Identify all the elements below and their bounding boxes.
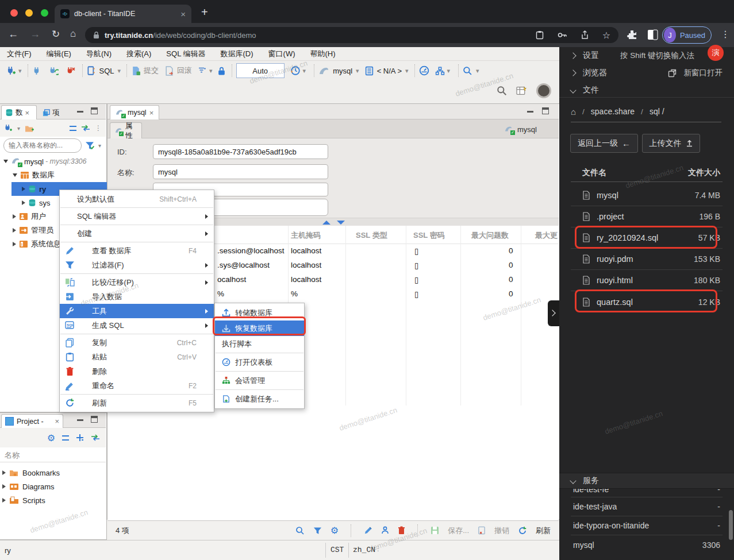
extensions-puzzle-icon[interactable] bbox=[627, 29, 637, 40]
col-max-questions[interactable]: 最大问题数 bbox=[471, 230, 509, 241]
menu-item-generate-sql[interactable]: SQL 生成 SQL bbox=[60, 318, 214, 333]
collapse-all-icon[interactable] bbox=[70, 126, 76, 131]
expander-closed-icon[interactable] bbox=[13, 214, 16, 219]
close-window-button[interactable] bbox=[10, 9, 18, 17]
project-node-bookmarks[interactable]: Bookmarks bbox=[2, 466, 105, 480]
url-bar[interactable]: try.titanide.cn /ide/web/coding/db-clien… bbox=[85, 27, 618, 43]
connect-icon[interactable] bbox=[32, 66, 42, 76]
menu-item-set-default[interactable]: 设为默认值Shift+Ctrl+A bbox=[60, 192, 214, 206]
link-editor-icon[interactable] bbox=[81, 125, 90, 132]
settings-label[interactable]: 设置 bbox=[583, 51, 599, 61]
filter-check-icon[interactable] bbox=[85, 141, 95, 150]
menu-item-sql-editor[interactable]: SQL 编辑器 bbox=[60, 209, 214, 223]
browser-row[interactable]: 浏览器 新窗口打开 bbox=[559, 64, 734, 82]
minimize-panel-icon[interactable] bbox=[77, 111, 83, 113]
grid-add-user-icon[interactable] bbox=[381, 526, 389, 535]
tree-node-connection[interactable]: ✓ mysql - mysql:3306 bbox=[1, 155, 105, 168]
menu-file[interactable]: 文件(F) bbox=[7, 49, 32, 59]
file-row[interactable]: ruoyi.html 180 KB bbox=[571, 270, 723, 291]
statusbar-locale[interactable]: zh_CN bbox=[353, 546, 375, 554]
submenu-item-session-manager[interactable]: 会话管理 bbox=[215, 373, 304, 388]
nav-new-connection-icon[interactable] bbox=[3, 123, 13, 133]
home-breadcrumb-icon[interactable]: ⌂ bbox=[571, 107, 576, 117]
project-node-diagrams[interactable]: Diagrams bbox=[2, 480, 105, 493]
menu-item-view-database[interactable]: 查看 数据库F4 bbox=[60, 244, 214, 258]
files-section-label[interactable]: 文件 bbox=[583, 85, 599, 95]
zoom-window-button[interactable] bbox=[41, 9, 48, 17]
history-caret-icon[interactable]: ▾ bbox=[303, 67, 306, 75]
services-section-row[interactable]: 服务 bbox=[559, 473, 734, 489]
file-size-header[interactable]: 文件大小 bbox=[688, 168, 720, 178]
tab-properties[interactable]: ✓ 属性 bbox=[110, 122, 142, 138]
tab-project-close-icon[interactable]: × bbox=[55, 417, 59, 426]
transaction-caret-icon[interactable]: ▾ bbox=[118, 67, 121, 75]
go-up-button[interactable]: 返回上一级 ← bbox=[570, 134, 638, 153]
service-row[interactable]: ide-test-java - bbox=[571, 497, 723, 516]
nav-conn-caret-icon[interactable]: ▾ bbox=[17, 125, 20, 132]
tab-databases[interactable]: 数 × bbox=[1, 105, 37, 119]
open-new-window-label[interactable]: 新窗口打开 bbox=[684, 68, 723, 78]
side-panel-icon[interactable] bbox=[647, 29, 658, 40]
grid-edit-pencil-icon[interactable] bbox=[364, 526, 372, 535]
expander-closed-icon[interactable] bbox=[13, 242, 16, 246]
service-row[interactable]: ide-typora-on-titanide - bbox=[571, 516, 723, 535]
schema-caret-icon[interactable]: ▾ bbox=[405, 67, 409, 75]
user-globe-avatar[interactable] bbox=[536, 83, 551, 98]
col-ssl-type[interactable]: SSL 类型 bbox=[356, 230, 387, 241]
expander-closed-icon[interactable] bbox=[2, 498, 6, 503]
refresh-label[interactable]: 刷新 bbox=[536, 526, 551, 536]
menu-item-tools[interactable]: 工具 bbox=[60, 304, 214, 318]
disconnect-icon[interactable] bbox=[66, 66, 75, 76]
search-caret-icon[interactable]: ▾ bbox=[476, 67, 479, 75]
expander-closed-icon[interactable] bbox=[22, 187, 25, 191]
minimize-project-icon[interactable] bbox=[77, 419, 83, 421]
upload-file-button[interactable]: 上传文件 bbox=[642, 134, 700, 153]
forward-icon[interactable]: → bbox=[30, 28, 40, 40]
new-view-icon[interactable] bbox=[516, 86, 527, 96]
reconnect-icon[interactable] bbox=[49, 66, 59, 76]
project-collapse-icon[interactable] bbox=[62, 435, 69, 441]
menu-item-paste[interactable]: 粘贴Ctrl+V bbox=[60, 350, 214, 364]
grid-refresh-icon[interactable] bbox=[518, 526, 527, 535]
active-connection-label[interactable]: mysql bbox=[333, 67, 352, 75]
expander-open-icon[interactable] bbox=[13, 173, 17, 177]
history-clock-icon[interactable] bbox=[290, 65, 301, 76]
tab-projects[interactable]: 项 bbox=[39, 106, 69, 119]
back-icon[interactable]: ← bbox=[8, 28, 18, 40]
tab-project[interactable]: Project - × bbox=[1, 414, 63, 428]
share-icon[interactable] bbox=[581, 30, 589, 40]
new-connection-icon[interactable] bbox=[6, 65, 16, 76]
project-expand-icon[interactable] bbox=[76, 434, 84, 442]
bookmark-star-icon[interactable]: ☆ bbox=[602, 30, 610, 41]
breadcrumb-sql[interactable]: sql / bbox=[650, 107, 664, 116]
tree-node-databases[interactable]: 数据库 bbox=[10, 168, 105, 182]
file-row[interactable]: .project 196 B bbox=[571, 206, 723, 227]
id-field[interactable] bbox=[153, 144, 328, 159]
grid-filter-icon[interactable] bbox=[313, 527, 322, 535]
table-filter-input[interactable] bbox=[3, 138, 82, 153]
statusbar-timezone[interactable]: CST bbox=[331, 546, 344, 554]
auto-commit-select[interactable]: Auto bbox=[236, 63, 285, 78]
maximize-panel-icon[interactable] bbox=[91, 107, 98, 114]
menu-help[interactable]: 帮助(H) bbox=[310, 49, 335, 59]
col-host-mask[interactable]: 主机掩码 bbox=[291, 230, 321, 241]
dashboard-icon[interactable] bbox=[419, 65, 429, 76]
file-row[interactable]: quartz.sql 12 KB bbox=[571, 291, 723, 312]
project-link-icon[interactable] bbox=[91, 434, 100, 441]
splitter-down-icon[interactable] bbox=[337, 221, 345, 225]
file-row[interactable]: ry_20210924.sql 57 KB bbox=[571, 227, 723, 249]
transaction-mode-icon[interactable] bbox=[87, 65, 96, 76]
file-row[interactable]: mysql 7.4 MB bbox=[571, 185, 723, 206]
menu-item-compare-migrate[interactable]: 比较/迁移(P) bbox=[60, 275, 214, 289]
new-folder-icon[interactable] bbox=[25, 124, 34, 133]
menu-edit[interactable]: 编辑(E) bbox=[47, 49, 71, 59]
lock-toolbar-icon[interactable] bbox=[217, 66, 226, 76]
submenu-item-dump-database[interactable]: 转储数据库 bbox=[215, 305, 304, 320]
tab-databases-close-icon[interactable]: × bbox=[25, 109, 30, 117]
menu-search[interactable]: 搜索(A) bbox=[126, 49, 151, 59]
menu-item-delete[interactable]: 删除 bbox=[60, 364, 214, 379]
tab-close-icon[interactable]: × bbox=[180, 9, 186, 19]
minimize-editor-icon[interactable] bbox=[527, 111, 533, 113]
minimize-window-button[interactable] bbox=[25, 9, 33, 17]
browser-tab[interactable]: ‹t› db-client - TitanIDE × bbox=[55, 5, 191, 23]
